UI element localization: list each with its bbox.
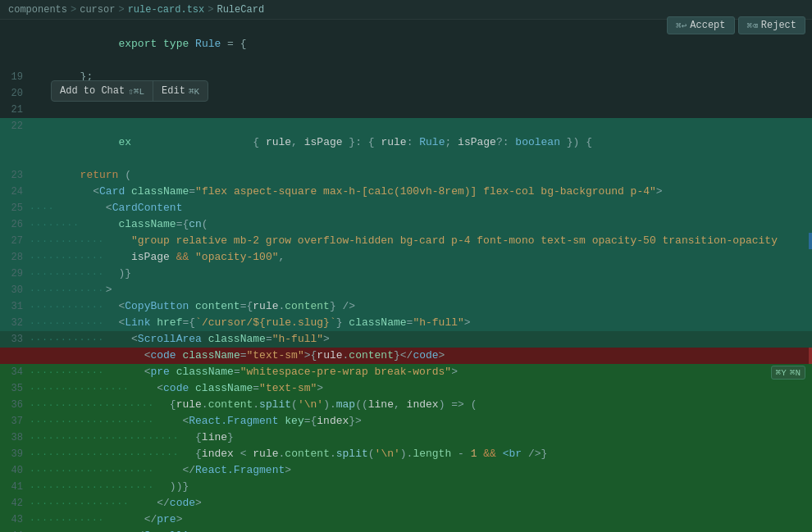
line-number: 36 [0, 397, 30, 413]
shortcut-key1: ⌘Y [776, 367, 787, 378]
line-number: 28 [0, 249, 30, 266]
line-content: ex { rule, isPage }: { rule: Rule; isPag… [66, 118, 812, 167]
line-content: </code> [66, 495, 812, 512]
edit-label: Edit [162, 85, 185, 97]
right-indicator [809, 233, 812, 249]
line-content: <code className="text-sm">{rule.content}… [66, 348, 812, 364]
code-line: 21 [0, 102, 812, 118]
code-line-added: 44 ············ </ScrollArea> [0, 528, 812, 532]
reject-kbd: ⌘⌫ [747, 20, 758, 31]
code-line: 24 <Card className="flex aspect-square m… [0, 184, 812, 200]
line-number: 31 [0, 298, 30, 315]
line-content: <React.Fragment key={index}> [66, 413, 812, 430]
reject-button[interactable]: ⌘⌫ Reject [738, 16, 805, 34]
line-content: {rule.content.split('\n').map((line, ind… [66, 397, 812, 413]
line-content: <code className="text-sm"> [66, 380, 812, 397]
breadcrumb-file: rule-card.tsx [128, 4, 205, 16]
line-content: <pre className="whitespace-pre-wrap brea… [66, 364, 812, 380]
context-menu: Add to Chat ⇧⌘L Edit ⌘K [51, 80, 208, 102]
line-content: > [66, 282, 812, 298]
line-dots: ············ [30, 282, 66, 298]
edit-menu-item[interactable]: Edit ⌘K [153, 81, 208, 101]
shortcut-key2: ⌘N [790, 367, 801, 378]
code-line: 32 ············ <Link href={`/cursor/${r… [0, 315, 812, 331]
code-line-added: 41 ···················· ))} [0, 479, 812, 495]
add-to-chat-label: Add to Chat [60, 85, 125, 97]
code-line-removed: <code className="text-sm">{rule.content}… [0, 348, 812, 364]
line-number: 26 [0, 216, 30, 233]
accept-kbd: ⌘↩ [676, 20, 687, 31]
add-to-chat-menu-item[interactable]: Add to Chat ⇧⌘L [52, 81, 153, 101]
line-number: 37 [0, 413, 30, 430]
breadcrumb-part: components [8, 4, 67, 16]
line-content: "group relative mb-2 grow overflow-hidde… [66, 233, 812, 249]
line-dots: ················ [30, 380, 66, 397]
code-line-added: 38 ························ {line} [0, 430, 812, 446]
line-dots: ························ [30, 446, 66, 462]
line-content: )} [66, 266, 812, 282]
line-dots: ························ [30, 430, 66, 446]
line-number: 44 [0, 528, 30, 532]
line-dots: ···· [30, 200, 66, 216]
line-content: </React.Fragment> [66, 462, 812, 479]
line-number: 33 [0, 331, 30, 348]
breadcrumb-sep: > [118, 4, 124, 16]
line-number: 42 [0, 495, 30, 512]
line-number: 41 [0, 479, 30, 495]
code-line: 30 ············ > [0, 282, 812, 298]
code-line: 33 ············ <ScrollArea className="h… [0, 331, 812, 348]
line-content: <CardContent [66, 200, 812, 216]
code-line: 27 ············ "group relative mb-2 gro… [0, 233, 812, 249]
line-content: ))} [66, 479, 812, 495]
line-content: return ( [66, 167, 812, 184]
code-line-added: 35 ················ <code className="tex… [0, 380, 812, 397]
line-number: 30 [0, 282, 30, 298]
line-number: 24 [0, 184, 30, 200]
code-line-added: 34 ············ <pre className="whitespa… [0, 364, 812, 380]
line-content: </ScrollArea> [66, 528, 812, 532]
add-to-chat-kbd: ⇧⌘L [128, 86, 144, 97]
line-dots: ············ [30, 266, 66, 282]
line-content: <Card className="flex aspect-square max-… [66, 184, 812, 200]
code-line: 28 ············ isPage && "opacity-100", [0, 249, 812, 266]
line-dots: ················ [30, 495, 66, 512]
line-dots: ···················· [30, 413, 66, 430]
line-number: 43 [0, 512, 30, 528]
breadcrumb-sep: > [71, 4, 76, 16]
line-dots: ···················· [30, 479, 66, 495]
line-dots: ············ [30, 233, 66, 249]
line-dots: ···················· [30, 462, 66, 479]
line-dots: ············ [30, 512, 66, 528]
toolbar: ⌘↩ Accept ⌘⌫ Reject [667, 16, 805, 34]
accept-button[interactable]: ⌘↩ Accept [667, 16, 734, 34]
reject-label: Reject [761, 20, 796, 31]
code-line: 29 ············ )} [0, 266, 812, 282]
line-number: 25 [0, 200, 30, 216]
breadcrumb-sep: > [208, 4, 213, 16]
breadcrumb-part: cursor [80, 4, 115, 16]
line-number: 39 [0, 446, 30, 462]
line-dots: ············ [30, 528, 66, 532]
code-line-added: 36 ···················· {rule.content.sp… [0, 397, 812, 413]
line-number: 27 [0, 233, 30, 249]
line-content: <Link href={`/cursor/${rule.slug}`} clas… [66, 315, 812, 331]
code-line-added: 39 ························ {index < rul… [0, 446, 812, 462]
line-number: 21 [0, 102, 30, 118]
line-number: 22 [0, 118, 30, 134]
line-dots: ············ [30, 315, 66, 331]
line-number: 40 [0, 462, 30, 479]
line-dots: ···················· [30, 397, 66, 413]
code-line-added: 43 ············ </pre> [0, 512, 812, 528]
code-line-added: 37 ···················· <React.Fragment … [0, 413, 812, 430]
code-line: 25 ···· <CardContent [0, 200, 812, 216]
code-line: 31 ············ <CopyButton content={rul… [0, 298, 812, 315]
line-content: <CopyButton content={rule.content} /> [66, 298, 812, 315]
line-number: 23 [0, 167, 30, 184]
line-number: 19 [0, 69, 30, 85]
line-content: {line} [66, 430, 812, 446]
line-content: {index < rule.content.split('\n').length… [66, 446, 812, 462]
code-line-added: 42 ················ </code> [0, 495, 812, 512]
code-line-added: 40 ···················· </React.Fragment… [0, 462, 812, 479]
code-line: 23 return ( [0, 167, 812, 184]
breadcrumb-component: RuleCard [217, 4, 264, 16]
